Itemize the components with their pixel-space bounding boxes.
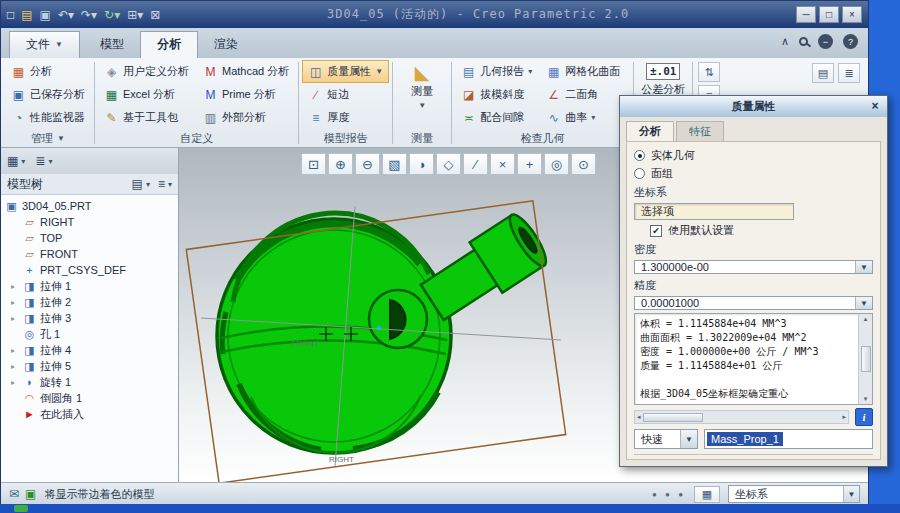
windows-icon[interactable]: ⊞▾	[127, 9, 143, 21]
tree-item-right[interactable]: ▱ RIGHT	[1, 214, 178, 230]
tree-item-top[interactable]: ▱ TOP	[1, 230, 178, 246]
collapse-ribbon-icon[interactable]: ∧	[781, 35, 789, 48]
performance-monitor-button[interactable]: ◔ 性能监视器	[5, 106, 91, 129]
analysis-name-input[interactable]: Mass_Prop_1	[704, 429, 873, 449]
options-icon[interactable]: ▤	[812, 63, 834, 83]
mathcad-analysis-button[interactable]: M Mathcad 分析	[197, 60, 295, 83]
new-file-icon[interactable]: □	[7, 9, 14, 21]
dihedral-angle-button[interactable]: ∠ 二面角	[540, 83, 630, 106]
datum-points-icon[interactable]: ×	[490, 153, 515, 175]
csys-display-icon[interactable]: +	[517, 153, 542, 175]
taskbar-start-button[interactable]	[14, 505, 28, 512]
use-default-checkbox[interactable]: ✔	[650, 225, 662, 237]
scroll-up-icon[interactable]: ▴	[864, 315, 868, 323]
group-label-manage[interactable]: 管理 ▼	[5, 130, 91, 146]
scrollbar-thumb[interactable]	[643, 413, 703, 422]
tab-analysis[interactable]: 分析	[140, 31, 198, 58]
tree-item-front[interactable]: ▱ FRONT	[1, 246, 178, 262]
sort-columns-icon[interactable]: ⇅	[698, 62, 720, 82]
tree-item-insert-here[interactable]: ► 在此插入	[1, 406, 178, 422]
tree-item-extrude-1[interactable]: ▸ ◨ 拉伸 1	[1, 278, 178, 294]
tree-item-root[interactable]: ▣ 3D04_05.PRT	[1, 198, 178, 214]
chevron-down-icon[interactable]: ▼	[855, 297, 872, 309]
maximize-button[interactable]: □	[819, 6, 839, 23]
regenerate-icon[interactable]: ↻▾	[104, 9, 120, 21]
solid-geometry-radio[interactable]	[634, 150, 645, 161]
view-manager-icon[interactable]: ≣	[838, 63, 860, 83]
tab-render[interactable]: 渲染	[198, 32, 254, 58]
density-dropdown[interactable]: 1.300000e-00 ▼	[634, 260, 873, 274]
short-edge-button[interactable]: ∕ 短边	[302, 83, 389, 106]
analysis-button[interactable]: ▦ 分析	[5, 60, 91, 83]
open-file-icon[interactable]: ▤	[21, 9, 32, 21]
datum-planes-icon[interactable]: ◇	[436, 153, 461, 175]
scroll-down-icon[interactable]: ▾	[864, 395, 868, 403]
close-window-icon[interactable]: ⊠	[150, 9, 160, 21]
tree-settings-icon[interactable]: ≡ ▾	[158, 177, 172, 191]
clearance-button[interactable]: ≍ 配合间隙	[455, 106, 538, 129]
prime-analysis-button[interactable]: M Prime 分析	[197, 83, 295, 106]
mesh-surface-button[interactable]: ▦ 网格化曲面	[540, 60, 630, 83]
refit-icon[interactable]: ⊡	[301, 153, 326, 175]
dialog-close-icon[interactable]: ×	[867, 98, 883, 113]
status-model-icon[interactable]: ▣	[25, 488, 36, 500]
minimize-button[interactable]: ─	[796, 6, 816, 23]
scroll-left-icon[interactable]: ◂	[637, 413, 641, 421]
layer-tree-icon[interactable]: ≣ ▾	[35, 154, 52, 168]
zoom-out-icon[interactable]: ⊖	[355, 153, 380, 175]
tab-model[interactable]: 模型	[84, 32, 140, 58]
dialog-tab-feature[interactable]: 特征	[676, 121, 724, 141]
results-vertical-scrollbar[interactable]: ▴ ▾	[858, 314, 872, 404]
redo-icon[interactable]: ↷▾	[81, 9, 97, 21]
curvature-button[interactable]: ∿ 曲率 ▾	[540, 106, 630, 129]
tree-item-extrude-5[interactable]: ▸ ◨ 拉伸 5	[1, 358, 178, 374]
tree-item-round-1[interactable]: ◠ 倒圆角 1	[1, 390, 178, 406]
undo-icon[interactable]: ↶▾	[58, 9, 74, 21]
external-analysis-button[interactable]: ▥ 外部分析	[197, 106, 295, 129]
user-defined-analysis-button[interactable]: ◈ 用户定义分析	[98, 60, 195, 83]
chevron-down-icon[interactable]: ▼	[855, 261, 872, 273]
tab-file[interactable]: 文件 ▼	[9, 31, 80, 58]
display-style-icon[interactable]: ◑	[409, 153, 434, 175]
annotations-icon[interactable]: ◎	[544, 153, 569, 175]
excel-analysis-button[interactable]: ▦ Excel 分析	[98, 83, 195, 106]
datum-axes-icon[interactable]: ∕	[463, 153, 488, 175]
tree-item-extrude-3[interactable]: ▸ ◨ 拉伸 3	[1, 310, 178, 326]
expand-caret-icon[interactable]: ▸	[11, 298, 19, 307]
status-log-icon[interactable]: ✉	[9, 488, 19, 500]
selection-filter-dropdown[interactable]: 坐标系 ▼	[728, 485, 860, 503]
tree-item-csys[interactable]: + PRT_CSYS_DEF	[1, 262, 178, 278]
save-icon[interactable]: ▣	[40, 9, 51, 21]
expand-caret-icon[interactable]: ▸	[11, 362, 19, 371]
tree-item-hole-1[interactable]: ◎ 孔 1	[1, 326, 178, 342]
geometry-report-button[interactable]: ▤ 几何报告 ▾	[455, 60, 538, 83]
chevron-down-icon[interactable]: ▼	[680, 430, 697, 448]
close-button[interactable]: ×	[842, 6, 862, 23]
csys-collector-field[interactable]: 选择项	[634, 203, 794, 220]
scroll-right-icon[interactable]: ▸	[842, 413, 846, 421]
spin-center-icon[interactable]: ⊙	[571, 153, 596, 175]
expand-caret-icon[interactable]: ▸	[11, 346, 19, 355]
zoom-in-icon[interactable]: ⊕	[328, 153, 353, 175]
accuracy-dropdown[interactable]: 0.00001000 ▼	[634, 296, 873, 310]
quilt-radio[interactable]	[634, 168, 645, 179]
draft-check-button[interactable]: ◪ 拔模斜度	[455, 83, 538, 106]
saved-analysis-button[interactable]: ▣ 已保存分析	[5, 83, 91, 106]
model-body[interactable]	[217, 210, 552, 453]
repaint-icon[interactable]: ▧	[382, 153, 407, 175]
info-button[interactable]: i	[855, 408, 873, 426]
quick-dropdown[interactable]: 快速 ▼	[634, 429, 698, 449]
help-icon[interactable]: ?	[843, 34, 858, 49]
tree-filters-icon[interactable]: ▦ ▾	[7, 154, 25, 168]
tree-item-revolve-1[interactable]: ▸ ◗ 旋转 1	[1, 374, 178, 390]
model-nozzle[interactable]	[416, 210, 552, 327]
connect-icon[interactable]: −	[818, 34, 833, 49]
scrollbar-thumb[interactable]	[861, 346, 871, 372]
expand-caret-icon[interactable]: ▸	[11, 282, 19, 291]
expand-caret-icon[interactable]: ▸	[11, 378, 19, 387]
results-horizontal-scrollbar[interactable]: ◂ ▸	[634, 410, 849, 424]
search-icon[interactable]	[799, 37, 808, 46]
find-button[interactable]: ▦	[694, 486, 720, 503]
thickness-button[interactable]: ≡ 厚度	[302, 106, 389, 129]
measure-button[interactable]: ◣ 测量 ▼	[396, 60, 448, 130]
